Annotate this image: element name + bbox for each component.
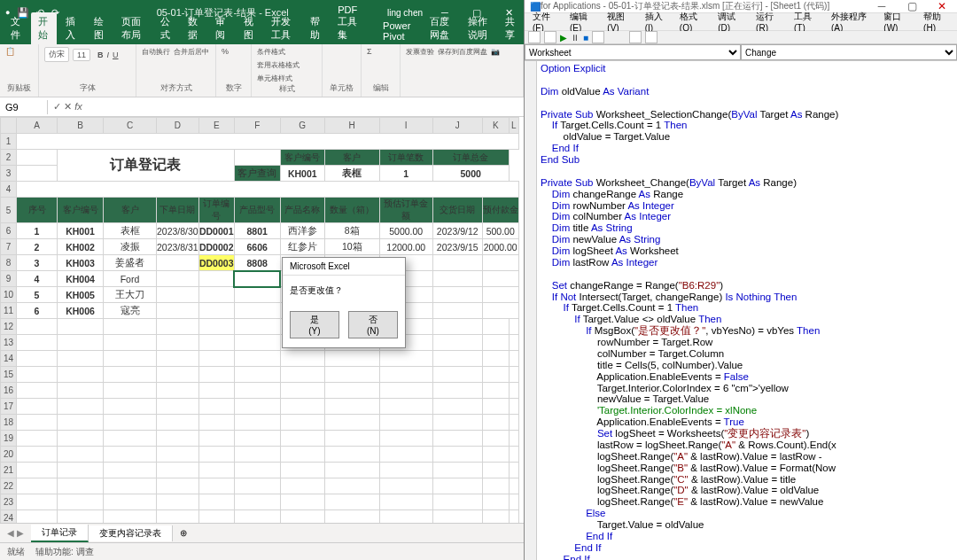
font-size[interactable]: 11 — [73, 49, 90, 61]
cell[interactable] — [157, 478, 199, 494]
code-line[interactable]: Dim lastRow As Integer — [541, 257, 953, 268]
column-headers[interactable]: ABCDEFGHIJKL — [1, 118, 519, 134]
cell[interactable] — [280, 494, 324, 510]
code-line[interactable]: 'Target.Interior.ColorIndex = xlNone — [541, 405, 953, 416]
row-header[interactable]: 5 — [1, 198, 17, 223]
cell[interactable] — [234, 351, 280, 367]
cell-ship[interactable]: 2023/9/15 — [432, 239, 482, 255]
code-line[interactable]: If Target.Value <> oldValue Then — [541, 314, 953, 325]
code-line[interactable]: Private Sub Worksheet_SelectionChange(By… — [541, 109, 953, 121]
query-count[interactable]: 1 — [379, 166, 432, 182]
cell[interactable] — [280, 447, 324, 463]
cell[interactable] — [280, 478, 324, 494]
tb-run-icon[interactable]: ▶ — [560, 33, 567, 43]
sheet-nav[interactable]: ◀ ▶ — [0, 528, 31, 538]
cell-model[interactable]: 8808 — [234, 255, 280, 271]
cell-model[interactable]: 6606 — [234, 239, 280, 255]
cell[interactable] — [58, 431, 104, 447]
cell-pay[interactable] — [482, 303, 518, 319]
menu-view[interactable]: 视图(V) — [603, 10, 636, 34]
dialog-no-button[interactable]: 否(N) — [348, 311, 398, 338]
cell[interactable] — [198, 383, 234, 399]
code-line[interactable]: Dim title As String — [541, 222, 953, 234]
row-header[interactable]: 6 — [1, 223, 17, 239]
cell-amt[interactable]: 12000.00 — [379, 239, 432, 255]
tab-baidu[interactable]: 百度网盘 — [423, 12, 460, 44]
query-cust[interactable]: 表框 — [324, 166, 379, 182]
underline-button[interactable]: U — [113, 51, 119, 59]
sheet-tab-orders[interactable]: 订单记录 — [31, 525, 89, 542]
cell[interactable] — [482, 478, 509, 494]
cell[interactable] — [324, 383, 379, 399]
code-line[interactable]: Application.EnableEvents = False — [541, 371, 953, 383]
cell[interactable] — [324, 447, 379, 463]
tb-save-icon[interactable] — [544, 31, 556, 43]
cell-date[interactable] — [157, 287, 199, 303]
format-table[interactable]: 套用表格格式 — [257, 60, 300, 70]
query-label[interactable]: 客户查询 — [234, 166, 280, 182]
cell[interactable] — [58, 510, 104, 524]
cell[interactable] — [58, 351, 104, 367]
code-line[interactable]: Dim changeRange As Range — [541, 189, 953, 200]
code-line[interactable]: End Sub — [541, 154, 953, 166]
cell[interactable] — [157, 510, 199, 524]
tab-powerpivot[interactable]: Power Pivot — [376, 18, 421, 44]
merge-center[interactable]: 合并后居中 — [174, 47, 209, 57]
col-header[interactable]: 预付款金 — [482, 198, 518, 223]
row-header[interactable]: 21 — [1, 463, 17, 478]
cell[interactable] — [58, 463, 104, 478]
cell[interactable] — [104, 494, 157, 510]
cell-pay[interactable] — [482, 255, 518, 271]
cell-seq[interactable]: 5 — [17, 287, 58, 303]
code-line[interactable]: logSheet.Range("A" & lastRow).Value = la… — [541, 451, 953, 463]
cell-date[interactable] — [157, 303, 199, 319]
row-header[interactable]: 23 — [1, 494, 17, 510]
fx-icon[interactable]: ✓ ✕ fx — [48, 101, 88, 113]
cell-order[interactable]: DD0001 — [198, 223, 234, 239]
query-h-cust[interactable]: 客户 — [324, 150, 379, 166]
code-line[interactable]: logSheet.Range("E" & lastRow).Value = ne… — [541, 496, 953, 508]
cell[interactable] — [432, 431, 482, 447]
row-header[interactable]: 2 — [1, 150, 17, 166]
cell[interactable] — [17, 463, 58, 478]
cell-seq[interactable]: 3 — [17, 255, 58, 271]
cell[interactable] — [509, 415, 518, 431]
cell[interactable] — [509, 367, 518, 383]
cell[interactable] — [280, 415, 324, 431]
cell[interactable] — [17, 351, 58, 367]
code-line[interactable]: End If — [541, 554, 953, 560]
cell[interactable] — [17, 431, 58, 447]
sheet-title[interactable]: 订单登记表 — [58, 150, 235, 182]
cell[interactable] — [324, 478, 379, 494]
cell[interactable] — [104, 415, 157, 431]
cell[interactable] — [432, 510, 482, 524]
cell-date[interactable] — [157, 255, 199, 271]
cell[interactable] — [379, 431, 432, 447]
row-header[interactable]: 3 — [1, 166, 17, 182]
menu-tools[interactable]: 工具(T) — [790, 10, 823, 34]
cell[interactable] — [157, 351, 199, 367]
col-header[interactable]: 客户 — [104, 198, 157, 223]
cell-pay[interactable]: 2000.00 — [482, 239, 518, 255]
cell-seq[interactable]: 4 — [17, 271, 58, 287]
cell[interactable] — [157, 447, 199, 463]
formula-input[interactable] — [88, 105, 524, 109]
procedure-dropdown[interactable]: Change — [741, 44, 957, 60]
row-header[interactable]: 16 — [1, 383, 17, 399]
dialog-yes-button[interactable]: 是(Y) — [290, 311, 339, 338]
cell-seq[interactable]: 6 — [17, 303, 58, 319]
code-line[interactable]: Dim rowNumber As Integer — [541, 200, 953, 212]
cell[interactable] — [280, 463, 324, 478]
cell[interactable] — [17, 478, 58, 494]
cell[interactable] — [17, 150, 58, 166]
cell-date[interactable] — [157, 271, 199, 287]
code-line[interactable]: lastRow = logSheet.Range("A" & Rows.Coun… — [541, 439, 953, 451]
tell-me[interactable]: 操作说明 — [463, 12, 496, 44]
code-line[interactable]: logSheet.Range("B" & lastRow).Value = Fo… — [541, 463, 953, 474]
cell[interactable] — [17, 399, 58, 415]
cell[interactable] — [234, 447, 280, 463]
cell-seq[interactable]: 1 — [17, 223, 58, 239]
code-line[interactable]: Else — [541, 508, 953, 519]
cell[interactable] — [58, 478, 104, 494]
cell[interactable] — [432, 463, 482, 478]
